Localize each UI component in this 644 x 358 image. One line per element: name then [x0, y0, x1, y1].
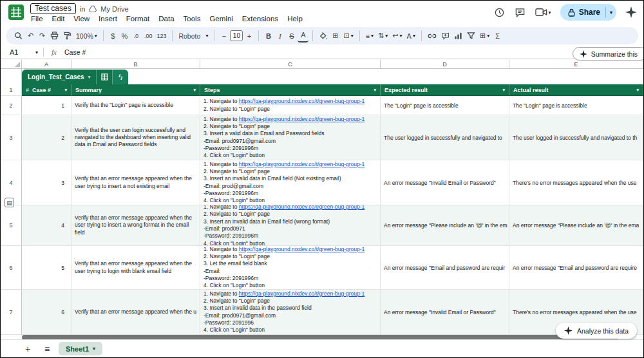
comment-history-icon[interactable]: [515, 6, 526, 18]
redo-icon[interactable]: ↷: [37, 29, 48, 42]
cell-actual-result[interactable]: An error message "Please include an '@' …: [509, 205, 643, 246]
text-color-button[interactable]: A: [298, 29, 308, 42]
all-sheets-icon[interactable]: ≡: [39, 344, 55, 354]
step-url-link[interactable]: https://qa-playground.nixdev.co/t/green-…: [239, 246, 365, 252]
cell-case-number[interactable]: 5: [22, 246, 71, 290]
share-button[interactable]: Share ▾: [560, 4, 616, 21]
cell-summary[interactable]: Verify that an error message appeared wh…: [71, 205, 200, 246]
decrease-decimal-button[interactable]: .0: [131, 29, 142, 42]
row-header-2[interactable]: 2: [1, 96, 22, 115]
insert-chart-icon[interactable]: [452, 29, 464, 42]
header-summary[interactable]: Summary▾: [71, 84, 200, 96]
header-expected-dropdown-icon[interactable]: ▾: [502, 88, 505, 93]
cell-steps[interactable]: 1. Navigate to https://qa-playground.nix…: [200, 246, 381, 290]
cell-steps[interactable]: 1. Navigate to https://qa-playground.nix…: [200, 205, 381, 246]
table-grid-button[interactable]: [96, 70, 112, 84]
horizontal-align-button[interactable]: ≡▾: [364, 29, 375, 42]
menu-data[interactable]: Data: [154, 14, 178, 24]
undo-icon[interactable]: ↶: [25, 29, 36, 42]
cell-summary[interactable]: Verify that an error message appeared wh…: [71, 160, 200, 205]
cell-expected-result[interactable]: An error message "Invalid Email or Passw…: [381, 290, 509, 335]
row-header-7[interactable]: 7: [1, 290, 22, 335]
currency-format-button[interactable]: $: [108, 29, 118, 42]
cell-case-number[interactable]: 1: [22, 96, 71, 115]
zoom-select[interactable]: 100%▾: [74, 29, 99, 42]
cell-steps[interactable]: 1. Navigate to https://qa-playground.nix…: [200, 96, 381, 115]
select-all-corner[interactable]: [1, 60, 22, 68]
header-case-number[interactable]: #Case # ▾: [22, 84, 71, 96]
row-header-6[interactable]: 6: [1, 246, 22, 290]
cell-expected-result[interactable]: The "Login" page is accessible: [381, 96, 509, 115]
functions-button[interactable]: Σ: [492, 29, 503, 42]
menu-edit[interactable]: Edit: [48, 14, 70, 24]
cell-actual-result[interactable]: There's no error messages appeared when …: [509, 160, 643, 205]
sheets-logo-icon[interactable]: [8, 4, 24, 21]
header-steps-dropdown-icon[interactable]: ▾: [374, 88, 376, 93]
cell-steps[interactable]: 1. Navigate to https://qa-playground.nix…: [200, 290, 381, 335]
header-expected-result[interactable]: Expected result▾: [381, 84, 509, 96]
table-handle-icon[interactable]: ▤: [5, 198, 14, 207]
italic-button[interactable]: I: [274, 29, 285, 42]
cell-steps[interactable]: 1. Navigate to https://qa-playground.nix…: [200, 160, 381, 205]
cell-summary[interactable]: Verify that the "Login" page is accessib…: [71, 96, 200, 115]
step-url-link[interactable]: https://qa-playground.nixdev.co/t/green-…: [239, 290, 365, 297]
header-summary-dropdown-icon[interactable]: ▾: [193, 88, 196, 93]
increase-font-size-button[interactable]: +: [243, 29, 254, 42]
search-icon[interactable]: [12, 29, 24, 42]
fill-color-icon[interactable]: [317, 29, 329, 42]
text-rotation-button[interactable]: A▾: [405, 29, 417, 42]
create-filter-icon[interactable]: [465, 29, 477, 42]
location-name[interactable]: My Drive: [100, 5, 128, 13]
gemini-sparkle-icon[interactable]: [625, 6, 637, 18]
borders-icon[interactable]: ⊞: [330, 29, 341, 42]
table-name-button[interactable]: Login_Test_Cases ▾: [22, 70, 96, 84]
column-header-e[interactable]: E: [509, 60, 643, 68]
cell-actual-result[interactable]: The user logged in successfully and navi…: [509, 115, 643, 160]
decrease-font-size-button[interactable]: −: [218, 29, 229, 42]
cell-expected-result[interactable]: An error message "Invalid Email or Passw…: [381, 160, 509, 205]
document-title-input[interactable]: Test cases: [30, 3, 76, 14]
row-header-3[interactable]: 3: [1, 115, 22, 160]
strikethrough-button[interactable]: S: [286, 29, 297, 42]
text-wrap-button[interactable]: ↩▾: [390, 29, 404, 42]
cell-case-number[interactable]: 2: [22, 115, 71, 160]
row-header-1[interactable]: 1: [1, 84, 22, 96]
row-header-5[interactable]: 5: [1, 205, 22, 246]
insert-comment-icon[interactable]: [439, 29, 451, 42]
merge-cells-icon[interactable]: ⊡▾: [341, 29, 355, 42]
sheet-tab-caret-icon[interactable]: ▾: [93, 346, 95, 352]
increase-decimal-button[interactable]: .00: [142, 29, 155, 42]
step-url-link[interactable]: https://qa-playground.nixdev.co/t/green-…: [239, 205, 365, 210]
cell-expected-result[interactable]: An error message "Please include an '@' …: [381, 205, 509, 246]
cell-summary[interactable]: Verify that an error message appeared wh…: [71, 290, 200, 335]
formula-input[interactable]: Case #: [64, 48, 86, 56]
menu-gemini[interactable]: Gemini: [205, 14, 237, 24]
analyze-data-chip[interactable]: Analyze this data: [556, 323, 637, 339]
font-size-input[interactable]: 10: [230, 30, 243, 41]
print-icon[interactable]: [48, 29, 61, 42]
step-url-link[interactable]: https://qa-playground.nixdev.co/t/green-…: [239, 98, 365, 104]
menu-insert[interactable]: Insert: [94, 14, 122, 24]
step-url-link[interactable]: https://qa-playground.nixdev.co/t/green-…: [239, 161, 365, 167]
column-header-c[interactable]: C: [200, 60, 381, 68]
table-quick-actions-button[interactable]: ϟ: [112, 70, 128, 84]
column-header-b[interactable]: B: [71, 60, 200, 68]
percent-format-button[interactable]: %: [119, 29, 130, 42]
cell-expected-result[interactable]: The user logged in successfully and navi…: [381, 115, 509, 160]
vertical-align-button[interactable]: ⇅▾: [376, 29, 390, 42]
header-case-dropdown-icon[interactable]: ▾: [64, 88, 67, 93]
cell-actual-result[interactable]: The "Login" page is accessible: [509, 96, 643, 115]
column-header-a[interactable]: A: [22, 60, 71, 68]
menu-extensions[interactable]: Extensions: [238, 14, 283, 24]
cell-steps[interactable]: 1. Navigate to https://qa-playground.nix…: [200, 115, 381, 160]
cell-case-number[interactable]: 6: [22, 290, 71, 335]
menu-view[interactable]: View: [69, 14, 94, 24]
column-header-d[interactable]: D: [381, 60, 509, 68]
paint-format-icon[interactable]: [61, 29, 73, 42]
cell-case-number[interactable]: 3: [22, 160, 71, 205]
version-history-icon[interactable]: [494, 6, 506, 18]
header-actual-dropdown-icon[interactable]: ▾: [636, 88, 639, 93]
share-caret-icon[interactable]: ▾: [610, 10, 612, 15]
cell-expected-result[interactable]: An error message "Email and password are…: [381, 246, 509, 290]
cell-summary[interactable]: Verify that the user can login successfu…: [71, 115, 200, 160]
